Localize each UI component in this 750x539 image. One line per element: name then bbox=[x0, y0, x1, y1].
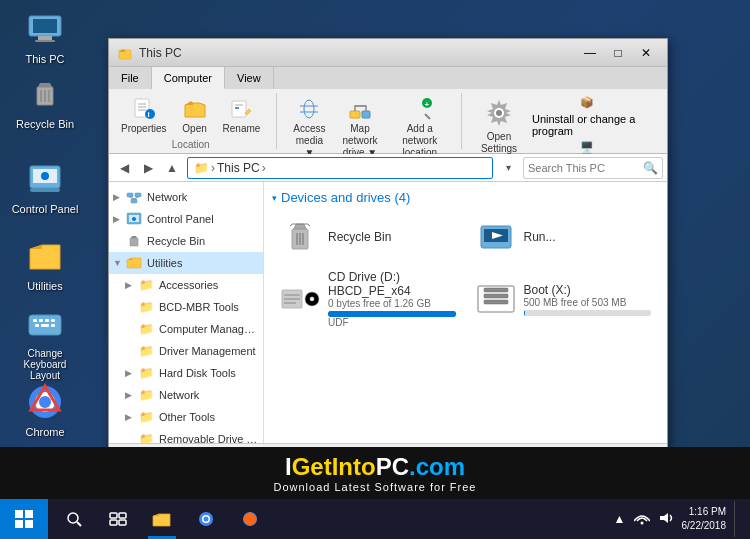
back-button[interactable]: ◀ bbox=[113, 157, 135, 179]
nav-item-recycle-bin[interactable]: Recycle Bin bbox=[109, 230, 263, 252]
explorer-window-icon bbox=[117, 45, 133, 61]
drive-item-cd[interactable]: CD Drive (D:) HBCD_PE_x64 0 bytes free o… bbox=[272, 264, 464, 334]
desktop-icon-this-pc[interactable]: This PC bbox=[5, 5, 85, 69]
svg-rect-1 bbox=[33, 19, 57, 33]
tray-volume-icon[interactable] bbox=[658, 511, 674, 528]
maximize-button[interactable]: □ bbox=[605, 43, 631, 63]
nav-item-other-tools[interactable]: ▶ 📁 Other Tools bbox=[109, 406, 263, 428]
nav-item-accessories[interactable]: ▶ 📁 Accessories bbox=[109, 274, 263, 296]
window-controls: — □ ✕ bbox=[577, 43, 659, 63]
svg-rect-52 bbox=[131, 199, 137, 203]
taskbar-explorer[interactable] bbox=[140, 499, 184, 539]
nav-item-driver-mgmt[interactable]: 📁 Driver Management bbox=[109, 340, 263, 362]
ribbon-btn-rename[interactable]: Rename bbox=[219, 93, 265, 137]
svg-line-84 bbox=[77, 522, 81, 526]
drive-item-run[interactable]: Run... bbox=[468, 213, 660, 260]
svg-marker-58 bbox=[131, 236, 137, 238]
nav-item-network-tools[interactable]: ▶ 📁 Network bbox=[109, 384, 263, 406]
taskbar-task-view[interactable] bbox=[96, 499, 140, 539]
tray-network-icon[interactable] bbox=[634, 511, 650, 528]
ribbon-btn-open-settings[interactable]: OpenSettings bbox=[474, 93, 524, 157]
nav-item-utilities[interactable]: ▼ Utilities bbox=[109, 252, 263, 274]
watermark-subtitle: Download Latest Software for Free bbox=[274, 481, 477, 493]
drive-item-recycle-bin[interactable]: Recycle Bin bbox=[272, 213, 464, 260]
ribbon-group-location: i Properties Open bbox=[117, 93, 277, 149]
taskbar-chrome[interactable] bbox=[184, 499, 228, 539]
svg-rect-79 bbox=[15, 510, 23, 518]
svg-rect-81 bbox=[15, 520, 23, 528]
desktop-icon-change-keyboard[interactable]: Change Keyboard Layout bbox=[5, 300, 85, 385]
up-button[interactable]: ▲ bbox=[161, 157, 183, 179]
address-path[interactable]: 📁 › This PC › bbox=[187, 157, 493, 179]
ribbon-group-network: Accessmedia ▼ Map networkdrive ▼ bbox=[289, 93, 462, 149]
close-button[interactable]: ✕ bbox=[633, 43, 659, 63]
nav-item-hard-disk[interactable]: ▶ 📁 Hard Disk Tools bbox=[109, 362, 263, 384]
search-input[interactable] bbox=[528, 162, 639, 174]
ribbon-btn-add-network[interactable]: + Add a networklocation bbox=[391, 93, 449, 161]
svg-line-53 bbox=[130, 197, 134, 199]
forward-button[interactable]: ▶ bbox=[137, 157, 159, 179]
svg-point-91 bbox=[204, 517, 209, 522]
search-box[interactable]: 🔍 bbox=[523, 157, 663, 179]
tab-view[interactable]: View bbox=[225, 67, 274, 89]
nav-item-removable[interactable]: 📁 Removable Drive Tools bbox=[109, 428, 263, 443]
nav-item-control-panel[interactable]: ▶ Control Panel bbox=[109, 208, 263, 230]
explorer-main: ▶ Network ▶ bbox=[109, 182, 667, 443]
taskbar-search[interactable] bbox=[52, 499, 96, 539]
taskbar-firefox[interactable] bbox=[228, 499, 272, 539]
window-title: This PC bbox=[139, 46, 577, 60]
desktop-icon-chrome[interactable]: Chrome bbox=[5, 378, 85, 442]
svg-rect-2 bbox=[38, 36, 52, 40]
tray-up-arrow[interactable]: ▲ bbox=[614, 512, 626, 526]
taskbar: ▲ 1:16 PM 6/22/2018 bbox=[0, 499, 750, 539]
ribbon-content: i Properties Open bbox=[109, 89, 667, 153]
ribbon-tab-bar: File Computer View bbox=[109, 67, 667, 89]
tab-computer[interactable]: Computer bbox=[152, 67, 225, 89]
svg-rect-70 bbox=[284, 298, 300, 300]
address-dropdown[interactable]: ▾ bbox=[497, 157, 519, 179]
svg-rect-20 bbox=[51, 324, 55, 327]
svg-rect-14 bbox=[33, 319, 37, 322]
svg-point-93 bbox=[640, 521, 643, 524]
svg-marker-94 bbox=[660, 513, 668, 523]
drive-item-boot[interactable]: Boot (X:) 500 MB free of 503 MB bbox=[468, 264, 660, 334]
ribbon-group-location-label: Location bbox=[172, 137, 210, 152]
tray-show-desktop[interactable] bbox=[734, 501, 742, 537]
ribbon-btn-map-network[interactable]: Map networkdrive ▼ bbox=[333, 93, 386, 161]
search-icon: 🔍 bbox=[643, 161, 658, 175]
minimize-button[interactable]: — bbox=[577, 43, 603, 63]
svg-point-49 bbox=[496, 110, 502, 116]
nav-item-network[interactable]: ▶ Network bbox=[109, 186, 263, 208]
desktop-icon-utilities[interactable]: Utilities bbox=[5, 232, 85, 296]
svg-rect-3 bbox=[35, 40, 55, 42]
content-area: ▾ Devices and drives (4) bbox=[264, 182, 667, 443]
svg-rect-41 bbox=[362, 111, 370, 118]
svg-rect-80 bbox=[25, 510, 33, 518]
svg-line-54 bbox=[134, 197, 138, 199]
ribbon-btn-uninstall[interactable]: 📦 Uninstall or change a program bbox=[528, 95, 647, 138]
nav-item-bcd-mbr[interactable]: 📁 BCD-MBR Tools bbox=[109, 296, 263, 318]
svg-rect-40 bbox=[350, 111, 360, 118]
section-header: ▾ Devices and drives (4) bbox=[272, 190, 659, 205]
desktop-icon-control-panel[interactable]: Control Panel bbox=[5, 155, 85, 219]
svg-point-57 bbox=[132, 217, 136, 221]
svg-rect-88 bbox=[119, 520, 126, 525]
ribbon: File Computer View bbox=[109, 67, 667, 154]
cd-drive-icon bbox=[280, 282, 320, 317]
explorer-window: This PC — □ ✕ File Computer View bbox=[108, 38, 668, 466]
svg-rect-12 bbox=[30, 188, 60, 192]
desktop-icon-recycle-bin[interactable]: Recycle Bin bbox=[5, 70, 85, 134]
recycle-bin-icon bbox=[280, 219, 320, 254]
start-button[interactable] bbox=[0, 499, 48, 539]
svg-point-83 bbox=[68, 513, 78, 523]
svg-rect-82 bbox=[25, 520, 33, 528]
svg-rect-85 bbox=[110, 513, 117, 518]
ribbon-btn-properties[interactable]: i Properties bbox=[117, 93, 171, 137]
ribbon-btn-open[interactable]: Open bbox=[175, 93, 215, 137]
tab-file[interactable]: File bbox=[109, 67, 152, 89]
nav-item-computer-mgmt[interactable]: 📁 Computer Management bbox=[109, 318, 263, 340]
svg-rect-16 bbox=[45, 319, 49, 322]
ribbon-btn-access-media[interactable]: Accessmedia ▼ bbox=[289, 93, 329, 161]
nav-pane: ▶ Network ▶ bbox=[109, 182, 264, 443]
svg-rect-50 bbox=[127, 193, 133, 197]
